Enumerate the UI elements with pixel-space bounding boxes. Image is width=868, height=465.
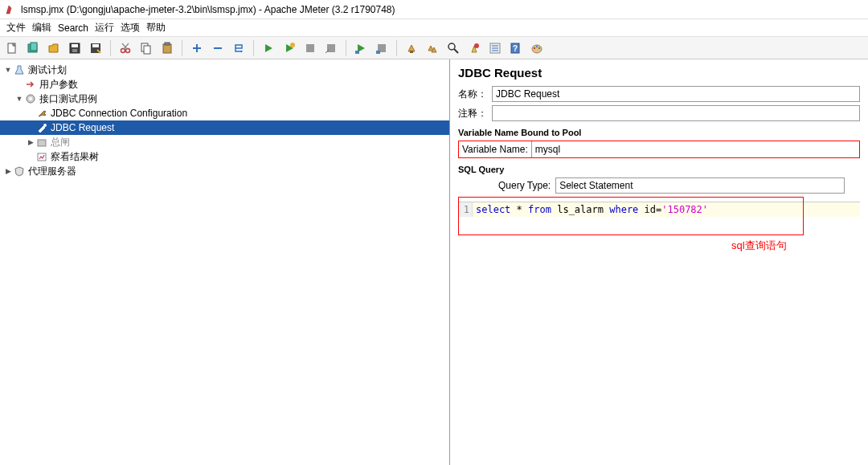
svg-rect-4 [72, 44, 78, 47]
varpool-title: Variable Name Bound to Pool [458, 128, 860, 137]
separator [396, 40, 397, 56]
clear-all-icon[interactable] [424, 39, 441, 57]
start-icon[interactable] [260, 39, 277, 57]
querytype-label: Query Type: [498, 180, 551, 191]
search-icon[interactable] [444, 39, 462, 57]
comment-input[interactable] [492, 105, 860, 121]
sqlquery-title: SQL Query [458, 165, 860, 174]
copy-icon[interactable] [137, 39, 155, 57]
paste-icon[interactable] [158, 39, 176, 57]
tree-jdbc-conn[interactable]: JDBC Connection Configuration [0, 106, 449, 120]
tree-panel: ▼ 测试计划 用户参数 ▼ 接口测试用例 JDBC Connection Con… [0, 59, 450, 465]
help-icon[interactable]: ? [507, 39, 525, 57]
svg-rect-17 [355, 51, 359, 54]
open-icon[interactable] [45, 39, 63, 57]
menu-options[interactable]: 选项 [121, 21, 140, 35]
svg-rect-12 [163, 44, 171, 53]
svg-point-9 [126, 48, 130, 52]
shutdown-icon[interactable] [322, 39, 340, 57]
function-helper-icon[interactable] [486, 39, 504, 57]
cut-icon[interactable] [117, 39, 134, 57]
expand-toggle-icon[interactable]: ▶ [3, 167, 13, 175]
reset-search-icon[interactable] [465, 39, 483, 57]
menu-help[interactable]: 帮助 [146, 21, 166, 35]
expand-toggle-icon[interactable]: ▶ [26, 138, 35, 146]
shield-icon [13, 165, 26, 177]
tree-label: 代理服务器 [28, 165, 76, 178]
stop-icon[interactable] [301, 39, 319, 57]
svg-text:?: ? [513, 44, 518, 53]
querytype-row: Query Type: [458, 177, 860, 194]
svg-rect-2 [31, 43, 37, 51]
svg-point-29 [538, 47, 540, 48]
beaker-icon [13, 63, 26, 76]
svg-rect-5 [72, 49, 77, 52]
comment-label: 注释： [458, 107, 487, 120]
varname-row: Variable Name: [458, 141, 860, 158]
name-label: 名称： [458, 88, 487, 101]
tree-label: 察看结果树 [51, 150, 99, 164]
tree-jdbc-request[interactable]: JDBC Request [0, 120, 449, 135]
tree-label: JDBC Request [51, 122, 114, 133]
name-input[interactable] [492, 86, 860, 102]
svg-point-22 [474, 43, 479, 48]
varname-input[interactable] [531, 141, 859, 157]
arrow-icon [24, 78, 37, 91]
right-panel: JDBC Request 名称： 注释： Variable Name Bound… [450, 59, 868, 465]
tree-user-params[interactable]: 用户参数 [0, 77, 449, 92]
save-icon[interactable] [66, 39, 84, 57]
svg-rect-33 [38, 140, 46, 146]
svg-point-21 [448, 43, 455, 50]
templates-icon[interactable] [24, 39, 42, 57]
wrench-icon [35, 107, 48, 120]
remote-start-icon[interactable] [352, 39, 370, 57]
sql-code[interactable]: select * from ls_alarm where id='150782' [473, 202, 860, 217]
separator [110, 40, 111, 56]
titlebar: lsmsp.jmx (D:\gongju\apache-jmeter-3.2\b… [0, 0, 868, 19]
toolbar: ? [0, 37, 868, 59]
separator [182, 40, 182, 56]
menu-run[interactable]: 运行 [95, 21, 114, 35]
expand-icon[interactable] [188, 39, 206, 57]
toggle-icon[interactable] [230, 39, 248, 57]
tree-label: 用户参数 [39, 78, 78, 92]
svg-point-31 [29, 97, 32, 100]
results-icon [35, 150, 48, 163]
collapse-icon[interactable] [209, 39, 227, 57]
save-as-icon[interactable] [87, 39, 104, 57]
tree-label: 接口测试用例 [39, 92, 97, 106]
start-no-pause-icon[interactable] [280, 39, 298, 57]
querytype-input[interactable] [555, 177, 845, 194]
tree-proxy[interactable]: ▶ 代理服务器 [0, 164, 449, 178]
svg-point-14 [290, 43, 295, 47]
clear-icon[interactable] [403, 39, 420, 57]
tree-zongzha[interactable]: ▶ 总闸 [0, 135, 449, 149]
menu-search[interactable]: Search [58, 22, 88, 34]
tree-test-plan[interactable]: ▼ 测试计划 [0, 63, 449, 77]
svg-rect-16 [327, 44, 335, 52]
name-row: 名称： [458, 86, 860, 102]
sql-editor-wrap: 1 select * from ls_alarm where id='15078… [458, 202, 860, 217]
panel-title: JDBC Request [458, 66, 860, 80]
svg-point-8 [121, 48, 125, 52]
svg-rect-11 [144, 46, 150, 54]
expand-toggle-icon[interactable]: ▼ [3, 66, 13, 74]
window-title: lsmsp.jmx (D:\gongju\apache-jmeter-3.2\b… [21, 4, 395, 15]
tree-label: JDBC Connection Configuration [51, 108, 187, 119]
svg-rect-13 [165, 43, 170, 45]
palette-icon[interactable] [528, 39, 546, 57]
svg-point-27 [534, 47, 535, 48]
svg-point-32 [43, 124, 47, 127]
dropper-icon [35, 121, 48, 134]
expand-toggle-icon[interactable]: ▼ [14, 95, 24, 103]
line-gutter: 1 [458, 202, 473, 217]
tree-test-cases[interactable]: ▼ 接口测试用例 [0, 92, 449, 106]
remote-stop-icon[interactable] [373, 39, 391, 57]
tree-view-results[interactable]: 察看结果树 [0, 149, 449, 164]
menu-edit[interactable]: 编辑 [32, 21, 51, 35]
svg-rect-19 [376, 51, 380, 54]
new-file-icon[interactable] [3, 39, 21, 57]
sql-editor[interactable]: 1 select * from ls_alarm where id='15078… [458, 202, 860, 217]
menu-file[interactable]: 文件 [6, 21, 26, 35]
annotation-text: sql查询语句 [731, 239, 787, 253]
